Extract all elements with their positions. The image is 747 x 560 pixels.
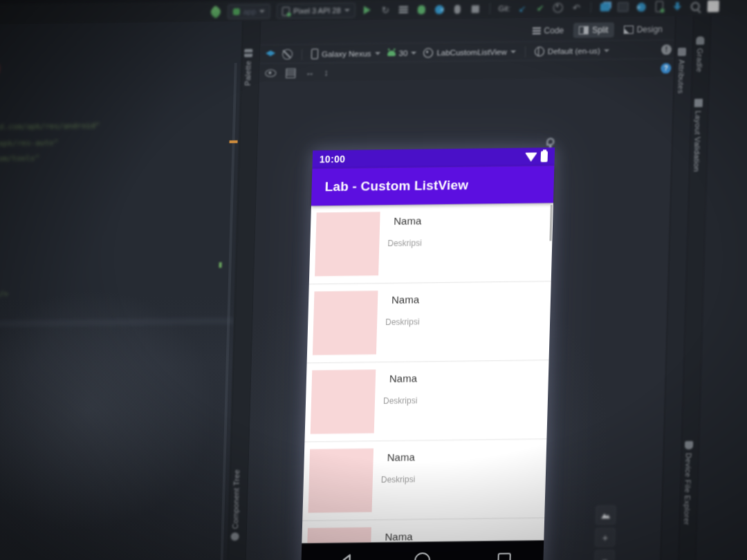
device-label: Pixel 3 API 28 (293, 6, 341, 15)
component-tree-label: Component Tree (231, 469, 241, 529)
code-tab-label: Code (544, 26, 564, 35)
list-item[interactable]: Nama Deskripsi (304, 360, 548, 442)
recents-button[interactable] (497, 553, 511, 560)
list-item[interactable]: Nama Deskripsi (309, 203, 553, 284)
component-tree-icon (230, 532, 239, 541)
home-button[interactable] (414, 552, 431, 560)
palette-icon (244, 49, 252, 57)
design-tab-label: Design (636, 24, 663, 34)
tab-split[interactable]: Split (573, 22, 614, 38)
design-surface-icon[interactable] (266, 50, 275, 59)
run-config-selector[interactable]: app (228, 3, 271, 19)
code-line: id.com/tools" (0, 153, 39, 163)
attach-debugger-button[interactable] (451, 3, 463, 15)
code-line: ent" /> (0, 290, 8, 299)
zoom-out-button[interactable]: − (594, 550, 615, 560)
list-item[interactable]: Nama Deskripsi (307, 281, 551, 363)
android-studio-window: app Pixel 3 API 28 ↻ Git: ↙ ✔ ↶ (0, 0, 747, 560)
zoom-to-fit-button[interactable] (596, 505, 616, 524)
tab-attributes[interactable]: Attributes (676, 48, 686, 94)
view-options-icon[interactable] (265, 69, 276, 77)
notifications-icon[interactable] (708, 0, 719, 12)
scrollbar-warning-mark[interactable] (230, 140, 238, 143)
zoom-in-button[interactable]: + (595, 528, 616, 546)
profile-button[interactable] (433, 3, 445, 15)
rollback-button[interactable]: ↶ (571, 1, 582, 13)
preview-device-label: Galaxy Nexus (322, 49, 371, 58)
gradle-label: Gradle (695, 48, 704, 73)
scrollbar-ok-mark (219, 262, 221, 268)
tab-device-file-explorer[interactable]: Device File Explorer (683, 441, 693, 525)
device-for-preview-selector[interactable]: Galaxy Nexus (311, 48, 380, 59)
theme-icon (423, 48, 433, 57)
debug-button[interactable] (415, 3, 427, 15)
wrench-icon[interactable] (210, 6, 221, 18)
tab-layout-validation[interactable]: Layout Validation (692, 99, 703, 172)
horizontal-arrows-icon[interactable]: ↔ (305, 68, 314, 78)
git-update-button[interactable]: ↙ (517, 2, 528, 14)
battery-icon (541, 151, 548, 162)
device-selector[interactable]: Pixel 3 API 28 (277, 3, 356, 19)
design-canvas[interactable]: 10:00 Lab - Custom ListView Nama Deskrip… (245, 77, 674, 560)
item-name: Nama (387, 451, 414, 463)
item-name: Nama (389, 373, 417, 384)
item-desc: Deskripsi (383, 396, 418, 407)
search-everywhere-button[interactable] (690, 0, 701, 12)
list-scrollbar[interactable] (549, 205, 552, 241)
apply-changes-button[interactable]: ↻ (379, 4, 391, 16)
run-coverage-button[interactable] (397, 3, 409, 15)
tab-code[interactable]: Code (526, 23, 569, 39)
list-item[interactable]: Nama Deskripsi (302, 440, 546, 521)
theme-label: LabCustomListView (436, 48, 507, 57)
locale-selector[interactable]: Default (en-us) (535, 46, 609, 56)
code-line: droid.com/apk/res/android" (0, 121, 100, 131)
tab-palette[interactable]: Palette (243, 49, 252, 86)
wifi-icon (525, 152, 537, 161)
git-commit-button[interactable]: ✔ (535, 2, 546, 14)
module-icon (233, 8, 240, 15)
terminal-button[interactable] (618, 1, 629, 13)
android-nav-bar (301, 541, 544, 560)
layout-list-icon[interactable] (286, 68, 295, 77)
xml-code[interactable]: droid.com/apk/res/android" com/apk/res-a… (0, 21, 239, 560)
item-image (315, 212, 380, 276)
stop-button[interactable] (469, 3, 481, 15)
api-version-selector[interactable]: 30 (387, 48, 417, 57)
profiler-button[interactable] (636, 1, 647, 12)
item-image (311, 370, 376, 434)
project-structure-button[interactable] (600, 1, 611, 13)
device-file-explorer-label: Device File Explorer (683, 453, 693, 525)
history-button[interactable] (553, 2, 564, 14)
issue-badge[interactable]: ! (661, 44, 672, 55)
tab-gradle[interactable]: Gradle (695, 37, 704, 73)
tab-design[interactable]: Design (618, 21, 668, 37)
device-manager-button[interactable] (654, 1, 665, 12)
item-name: Nama (385, 530, 412, 542)
gradle-icon (696, 37, 704, 45)
tab-component-tree[interactable]: Component Tree (230, 469, 241, 541)
run-button[interactable] (361, 4, 373, 16)
help-badge[interactable]: ? (661, 63, 671, 73)
item-desc: Deskripsi (381, 475, 416, 485)
sdk-manager-button[interactable] (672, 1, 683, 12)
code-line: com/apk/res-auto" (0, 138, 58, 148)
code-tab-icon (532, 28, 540, 35)
attributes-icon (678, 48, 686, 56)
toolbar-divider (302, 48, 302, 59)
theme-selector[interactable]: LabCustomListView (423, 47, 516, 58)
attributes-label: Attributes (676, 59, 685, 94)
phone-preview[interactable]: 10:00 Lab - Custom ListView Nama Deskrip… (301, 147, 555, 560)
chevron-down-icon (604, 49, 609, 52)
no-design-variant-icon[interactable] (282, 49, 293, 59)
toolbar-divider (489, 3, 490, 14)
canvas-zoom-controls: + − (594, 505, 616, 560)
vertical-arrows-icon[interactable]: ↕ (324, 67, 329, 77)
palette-label: Palette (243, 61, 252, 86)
chevron-down-icon (510, 50, 516, 53)
item-image (313, 291, 378, 355)
back-button[interactable] (340, 553, 354, 560)
code-editor[interactable]: droid.com/apk/res/android" com/apk/res-a… (0, 21, 242, 560)
android-icon (387, 50, 396, 56)
list-item[interactable]: Nama Deskripsi (302, 519, 544, 543)
listview[interactable]: Nama Deskripsi Nama Deskripsi Nama Deskr… (302, 203, 553, 543)
